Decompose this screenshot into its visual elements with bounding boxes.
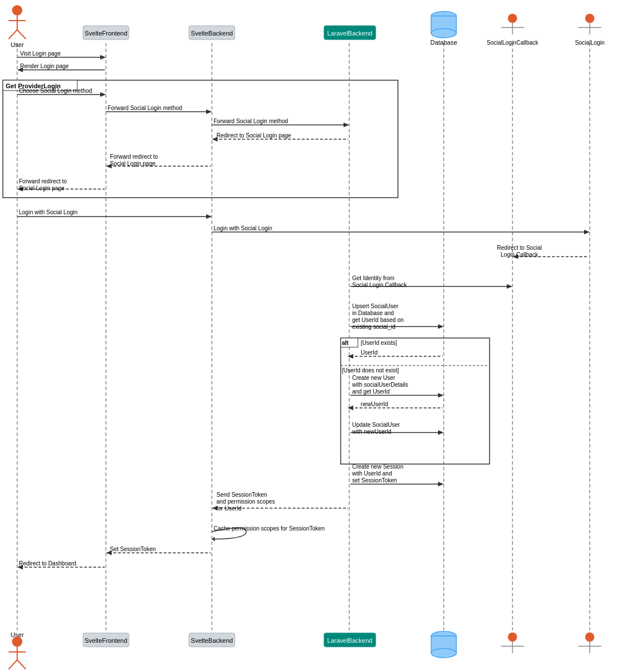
msg-choose-social-label: Choose Social Login method <box>19 88 92 94</box>
msg-render-login-label: Render Login page <box>20 63 69 69</box>
actor-user-label: User <box>10 41 24 48</box>
msg-update-social-label2: with newUserId <box>352 429 391 435</box>
msg-create-session-label: Create new Session <box>352 463 404 470</box>
diagram-container: User SvelteFrontend SvelteBackend Larave… <box>0 0 639 672</box>
msg-send-session-label2: and permission scopes <box>216 498 275 505</box>
actor-database-label: Database <box>430 39 457 46</box>
actor-database-bottom-bottom-ellipse <box>431 649 456 658</box>
actor-user-bottom-leg-left <box>9 660 17 669</box>
msg-userid-label: UserId <box>361 349 377 356</box>
msg-choose-social-arrow <box>100 92 106 97</box>
msg-send-session-label: Send SessionToken <box>216 492 267 498</box>
actor-user-bottom-head <box>12 636 22 647</box>
msg-login-social-1-label: Login with Social Login <box>19 209 77 215</box>
actor-user-leg-left <box>9 30 17 39</box>
alt-condition2: [UserId does not exist] <box>342 367 399 374</box>
actor-sl-bottom-head <box>585 632 594 642</box>
msg-create-session-arrow <box>438 482 444 486</box>
actor-svelte-backend-bottom-label: SvelteBackend <box>191 637 232 644</box>
msg-userid-arrow <box>348 354 353 359</box>
msg-create-session-label2: with UserId and <box>352 470 392 477</box>
msg-fwd-redirect-1-label2: Social Login page <box>110 160 156 167</box>
msg-visit-login-label: Visit Login page <box>20 50 61 57</box>
msg-upsert-label4: existing social_id <box>352 324 396 330</box>
msg-login-social-2-label: Login with Social Login <box>214 225 272 231</box>
msg-set-session-label: Set SessionToken <box>110 546 156 552</box>
actor-slcb-bottom-head <box>508 632 517 642</box>
sequence-diagram: User SvelteFrontend SvelteBackend Larave… <box>0 0 639 672</box>
msg-login-social-2-arrow <box>584 230 590 234</box>
msg-fwd-social-2-label: Forward Social Login method <box>214 118 288 124</box>
actor-sl-head <box>585 14 594 23</box>
msg-update-social-label: Update SocialUser <box>352 422 400 428</box>
alt-label: alt <box>342 340 349 346</box>
msg-upsert-label2: in Database and <box>352 310 394 316</box>
msg-visit-login-arrow <box>100 55 106 60</box>
actor-slcb-head <box>508 14 517 23</box>
msg-get-identity-label2: Social Login Callback <box>352 282 408 288</box>
actor-user-leg-right <box>17 30 26 39</box>
actor-svelte-frontend-bottom-label: SvelteFrontend <box>85 637 128 644</box>
msg-get-identity-arrow <box>507 284 512 289</box>
msg-create-user-label3: and get UserId <box>352 388 390 395</box>
msg-fwd-redirect-1-label: Forward redirect to <box>110 154 158 160</box>
actor-laravel-backend-label: LaravelBackend <box>328 30 373 37</box>
msg-fwd-social-1-arrow <box>206 109 212 114</box>
msg-send-session-label3: for UserId <box>216 505 242 512</box>
msg-cache-label: Cache permission scopes for SessionToken <box>214 525 325 532</box>
actor-slcb-label: SocialLoginCallback <box>487 40 539 46</box>
msg-update-social-arrow <box>438 430 444 435</box>
msg-create-user-label2: with socialUserDetails <box>352 382 408 388</box>
msg-get-identity-label: Get Identity from <box>352 275 395 281</box>
msg-newuserid-label: newUserId <box>361 401 388 407</box>
actor-sl-label: SocialLogin <box>575 40 605 46</box>
msg-fwd-redirect-2-label: Forward redirect to <box>19 178 67 184</box>
msg-create-session-label3: set SessionToken <box>352 477 397 484</box>
msg-fwd-social-1-label: Forward Social Login method <box>108 105 182 111</box>
actor-svelte-frontend-label: SvelteFrontend <box>85 30 128 37</box>
msg-fwd-social-2-arrow <box>344 123 349 127</box>
msg-upsert-label: Upsert SocialUser <box>352 303 399 309</box>
msg-create-user-arrow <box>438 393 444 398</box>
msg-redirect-slp-1-label: Redirect to Social Login page <box>216 132 291 139</box>
msg-login-social-1-arrow <box>206 214 212 219</box>
msg-newuserid-arrow <box>348 406 353 410</box>
alt-condition1: [UserId exists] <box>361 340 397 346</box>
actor-database-bottom-ellipse <box>431 29 456 38</box>
msg-redirect-slcb-label: Redirect to Social <box>497 245 542 251</box>
msg-upsert-arrow <box>438 324 444 329</box>
actor-user-head <box>12 5 22 15</box>
msg-create-user-label: Create new User <box>352 375 396 381</box>
actor-user-bottom-leg-right <box>17 660 26 669</box>
msg-upsert-label3: get UserId based on <box>352 317 404 323</box>
actor-svelte-backend-label: SvelteBackend <box>191 30 232 37</box>
msg-redirect-dashboard-label: Redirect to Dashboard <box>19 560 76 567</box>
msg-fwd-redirect-2-label2: Social Login page <box>19 185 65 191</box>
msg-redirect-slcb-label2: Login Callback <box>500 251 539 258</box>
actor-laravel-bottom-label: LaravelBackend <box>328 637 373 644</box>
